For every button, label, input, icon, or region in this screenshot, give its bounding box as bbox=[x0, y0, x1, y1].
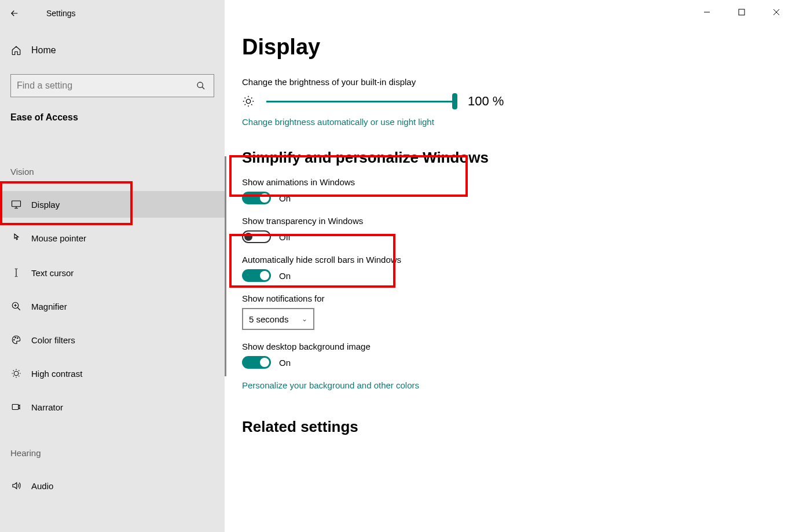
svg-point-3 bbox=[14, 339, 15, 340]
sidebar-item-magnifier[interactable]: Magnifier bbox=[0, 293, 225, 320]
animations-toggle[interactable] bbox=[242, 192, 271, 204]
animations-label: Show animations in Windows bbox=[242, 177, 769, 187]
background-state: On bbox=[279, 358, 291, 368]
sidebar-home[interactable]: Home bbox=[10, 45, 56, 56]
chevron-down-icon: ⌄ bbox=[302, 315, 307, 323]
svg-rect-8 bbox=[739, 9, 745, 15]
contrast-icon bbox=[10, 368, 22, 379]
svg-point-9 bbox=[246, 99, 250, 103]
back-button[interactable] bbox=[0, 0, 29, 26]
search-icon bbox=[196, 81, 208, 90]
brightness-slider[interactable] bbox=[266, 96, 457, 107]
sidebar: Settings Home Ease of Access Vision Disp… bbox=[0, 0, 225, 532]
category-title: Ease of Access bbox=[10, 112, 78, 123]
background-toggle[interactable] bbox=[242, 356, 271, 369]
page-title: Display bbox=[242, 35, 769, 60]
sidebar-item-contrast[interactable]: High contrast bbox=[0, 360, 225, 387]
animations-state: On bbox=[279, 193, 291, 203]
search-input[interactable] bbox=[17, 80, 196, 91]
svg-point-0 bbox=[197, 82, 203, 87]
scrollbars-state: On bbox=[279, 271, 291, 281]
narrator-icon bbox=[10, 402, 22, 412]
section-simplify-title: Simplify and personalize Windows bbox=[242, 149, 769, 167]
setting-scrollbars: Automatically hide scroll bars in Window… bbox=[242, 255, 769, 282]
sidebar-item-label: Text cursor bbox=[31, 268, 74, 278]
monitor-icon bbox=[10, 199, 22, 210]
speaker-icon bbox=[10, 480, 22, 491]
main-pane: Display Change the brightness of your bu… bbox=[225, 0, 792, 532]
scrollbars-toggle[interactable] bbox=[242, 269, 271, 282]
scroll-indicator[interactable] bbox=[225, 156, 226, 376]
sidebar-item-audio[interactable]: Audio bbox=[0, 472, 225, 499]
sidebar-item-label: Mouse pointer bbox=[31, 233, 86, 243]
sidebar-item-label: Narrator bbox=[31, 402, 63, 412]
maximize-button[interactable] bbox=[732, 5, 751, 20]
section-header-hearing: Hearing bbox=[10, 448, 41, 458]
content: Display Change the brightness of your bu… bbox=[242, 35, 769, 446]
setting-transparency: Show transparency in Windows Off bbox=[242, 216, 769, 243]
svg-point-4 bbox=[15, 337, 16, 339]
sidebar-item-color[interactable]: Color filters bbox=[0, 326, 225, 353]
notifications-value: 5 seconds bbox=[249, 314, 288, 324]
sidebar-item-label: Audio bbox=[31, 481, 53, 491]
sidebar-item-mouse[interactable]: Mouse pointer bbox=[0, 225, 225, 251]
transparency-state: Off bbox=[279, 232, 291, 242]
sidebar-item-label: Color filters bbox=[31, 335, 75, 345]
palette-icon bbox=[10, 335, 22, 345]
brightness-link[interactable]: Change brightness automatically or use n… bbox=[242, 117, 769, 127]
section-header-vision: Vision bbox=[10, 167, 34, 177]
transparency-toggle[interactable] bbox=[242, 230, 271, 243]
home-label: Home bbox=[31, 45, 56, 56]
svg-point-6 bbox=[14, 371, 19, 376]
pointer-icon bbox=[10, 233, 22, 243]
text-cursor-icon bbox=[10, 267, 22, 278]
sun-icon bbox=[242, 95, 256, 108]
related-settings-title: Related settings bbox=[242, 418, 769, 436]
notifications-dropdown[interactable]: 5 seconds ⌄ bbox=[242, 308, 314, 330]
notifications-label: Show notifications for bbox=[242, 293, 769, 303]
svg-rect-7 bbox=[12, 405, 19, 410]
scrollbars-label: Automatically hide scroll bars in Window… bbox=[242, 255, 769, 265]
sidebar-item-label: Display bbox=[31, 200, 60, 210]
setting-background: Show desktop background image On bbox=[242, 342, 769, 369]
sidebar-item-cursor[interactable]: Text cursor bbox=[0, 259, 225, 286]
background-label: Show desktop background image bbox=[242, 342, 769, 351]
home-icon bbox=[10, 45, 22, 56]
transparency-label: Show transparency in Windows bbox=[242, 216, 769, 226]
close-button[interactable] bbox=[767, 5, 786, 20]
titlebar: Settings bbox=[0, 0, 225, 26]
sidebar-item-display[interactable]: Display bbox=[0, 191, 225, 218]
brightness-row: 100 % bbox=[242, 94, 769, 109]
app-title: Settings bbox=[46, 9, 76, 18]
setting-notifications: Show notifications for 5 seconds ⌄ bbox=[242, 293, 769, 330]
svg-rect-1 bbox=[12, 201, 21, 207]
magnifier-icon bbox=[10, 301, 22, 311]
brightness-value: 100 % bbox=[468, 94, 504, 109]
sidebar-item-narrator[interactable]: Narrator bbox=[0, 394, 225, 420]
window-controls bbox=[697, 5, 786, 20]
minimize-button[interactable] bbox=[697, 5, 717, 20]
svg-point-5 bbox=[17, 337, 19, 339]
sidebar-item-label: High contrast bbox=[31, 369, 82, 379]
brightness-label: Change the brightness of your built-in d… bbox=[242, 77, 769, 87]
search-box[interactable] bbox=[10, 74, 214, 97]
sidebar-item-label: Magnifier bbox=[31, 302, 67, 311]
personalize-link[interactable]: Personalize your background and other co… bbox=[242, 380, 769, 390]
setting-animations: Show animations in Windows On bbox=[242, 177, 769, 204]
